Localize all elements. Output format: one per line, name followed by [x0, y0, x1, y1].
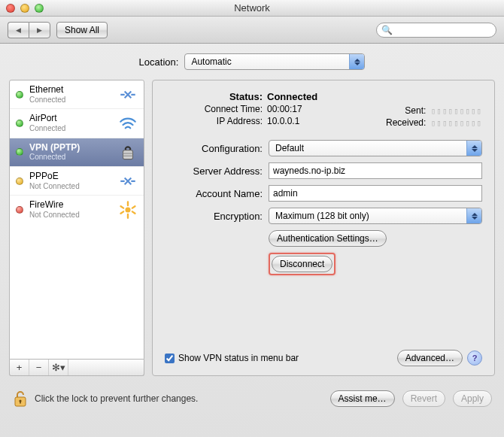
ethernet-icon	[118, 173, 138, 190]
service-item-pppoe[interactable]: PPPoE Not Connected	[10, 167, 144, 196]
ethernet-icon	[118, 86, 138, 103]
server-address-field[interactable]	[269, 162, 482, 179]
status-value: Connected	[267, 91, 317, 102]
sent-label: Sent:	[384, 105, 426, 116]
back-button[interactable]: ◀	[8, 22, 29, 38]
add-service-button[interactable]: +	[10, 360, 29, 375]
disconnect-highlight: Disconnect	[269, 253, 335, 275]
status-dot-icon	[16, 91, 23, 99]
show-menubar-checkbox[interactable]: Show VPN status in menu bar	[165, 353, 299, 363]
search-input[interactable]	[396, 26, 499, 35]
status-dot-icon	[16, 206, 23, 214]
advanced-button[interactable]: Advanced…	[397, 350, 463, 366]
chevron-updown-icon	[466, 208, 481, 223]
lock-area[interactable]: Click the lock to prevent further change…	[12, 390, 198, 408]
service-item-vpn[interactable]: VPN (PPTP) Connected	[10, 138, 144, 167]
service-list-footer: + − ✻▾	[9, 360, 144, 376]
lock-icon	[118, 144, 138, 160]
encryption-label: Encryption:	[165, 211, 263, 222]
status-dot-icon	[16, 148, 23, 156]
show-menubar-input[interactable]	[165, 354, 175, 363]
search-field[interactable]: 🔍	[376, 23, 496, 38]
apply-button[interactable]: Apply	[453, 390, 492, 407]
remove-service-button[interactable]: −	[29, 360, 49, 375]
sent-bars-icon: ▯▯▯▯▯▯▯▯▯	[430, 106, 482, 116]
server-address-label: Server Address:	[165, 165, 263, 177]
configuration-popup[interactable]: Default	[269, 140, 482, 156]
window-title: Network	[0, 2, 504, 14]
authentication-settings-button[interactable]: Authentication Settings…	[269, 230, 387, 247]
service-item-firewire[interactable]: FireWire Not Connected	[10, 196, 144, 223]
received-bars-icon: ▯▯▯▯▯▯▯▯▯	[430, 118, 482, 128]
service-actions-menu[interactable]: ✻▾	[49, 360, 68, 375]
titlebar: Network	[0, 0, 504, 17]
firewire-icon	[118, 202, 138, 218]
encryption-popup[interactable]: Maximum (128 bit only)	[269, 208, 482, 224]
account-name-field[interactable]	[269, 185, 482, 202]
service-item-airport[interactable]: AirPort Connected	[10, 109, 144, 138]
svg-rect-1	[123, 150, 133, 159]
bottom-bar: Click the lock to prevent further change…	[0, 384, 504, 408]
received-label: Received:	[384, 117, 426, 128]
service-item-ethernet[interactable]: Ethernet Connected	[10, 80, 144, 109]
location-value: Automatic	[185, 56, 237, 67]
svg-point-2	[125, 207, 130, 212]
chevron-updown-icon	[466, 141, 481, 156]
forward-button[interactable]: ▶	[29, 22, 50, 38]
assist-me-button[interactable]: Assist me…	[330, 390, 395, 407]
lock-text: Click the lock to prevent further change…	[35, 393, 198, 404]
service-list: Ethernet Connected AirPort Connected	[9, 80, 144, 360]
connect-time-value: 00:00:17	[267, 104, 302, 114]
search-icon: 🔍	[381, 25, 393, 35]
revert-button[interactable]: Revert	[402, 390, 445, 407]
show-all-button[interactable]: Show All	[56, 22, 108, 38]
status-dot-icon	[16, 120, 23, 127]
account-name-label: Account Name:	[165, 188, 263, 199]
location-row: Location: Automatic	[0, 44, 504, 80]
unlocked-lock-icon	[12, 390, 29, 408]
connect-time-label: Connect Time:	[165, 104, 263, 114]
chevron-updown-icon	[349, 54, 364, 69]
status-dot-icon	[16, 178, 23, 185]
location-label: Location:	[139, 56, 179, 68]
disconnect-button[interactable]: Disconnect	[272, 256, 332, 272]
location-popup[interactable]: Automatic	[184, 53, 365, 70]
svg-rect-5	[20, 401, 21, 404]
details-pane: Status: Connected Connect Time: 00:00:17…	[152, 80, 495, 376]
ip-address-value: 10.0.0.1	[267, 116, 299, 126]
configuration-label: Configuration:	[165, 143, 263, 154]
wifi-icon	[118, 115, 138, 132]
toolbar: ◀ ▶ Show All 🔍	[0, 17, 504, 44]
ip-address-label: IP Address:	[165, 116, 263, 126]
status-label: Status:	[165, 91, 263, 102]
help-button[interactable]: ?	[467, 351, 482, 366]
nav-segment: ◀ ▶	[8, 22, 50, 38]
